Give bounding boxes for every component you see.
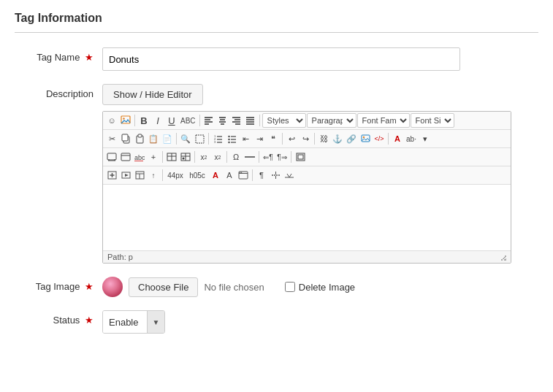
direction-button[interactable]: ¶ <box>255 168 268 182</box>
cut-button[interactable]: ✂ <box>105 131 118 146</box>
rtl-button[interactable]: ⇐¶ <box>262 150 275 164</box>
choose-file-button[interactable]: Choose File <box>129 277 198 297</box>
status-caret-icon[interactable]: ▼ <box>147 311 164 333</box>
charmap-button[interactable]: Ω <box>229 150 243 164</box>
paragraph-select[interactable]: Paragraph <box>307 113 356 128</box>
svg-point-30 <box>228 138 229 139</box>
color-dropdown-button[interactable]: ▾ <box>419 131 432 146</box>
delete-image-label[interactable]: Delete Image <box>285 282 355 293</box>
image-button[interactable] <box>359 131 372 146</box>
align-justify-button[interactable] <box>244 113 257 128</box>
hilitecolor-button[interactable]: ab· <box>405 131 418 146</box>
paste-text-button[interactable]: 📋 <box>147 131 160 146</box>
redo-button[interactable]: ↪ <box>299 131 312 146</box>
paste-button[interactable] <box>133 131 146 146</box>
toolbar-row-2: ✂ 📋 📄 🔍 123 <box>103 130 511 148</box>
svg-point-36 <box>362 137 364 138</box>
bold-button[interactable]: B <box>137 113 150 128</box>
separator <box>388 133 389 145</box>
tag-name-input[interactable] <box>102 47 460 71</box>
description-field: Show / Hide Editor ☺ B I U ABC <box>102 84 538 264</box>
forecolor-button[interactable]: A <box>391 131 404 146</box>
unlink-button[interactable]: ⛓ <box>317 131 330 146</box>
unordered-list-button[interactable] <box>225 131 238 146</box>
nonbreaking-button[interactable] <box>283 168 296 182</box>
italic-button[interactable]: I <box>151 113 164 128</box>
donut-preview-icon <box>102 277 123 297</box>
iframe-button[interactable] <box>237 168 250 182</box>
description-row: Description Show / Hide Editor ☺ B I U A… <box>15 84 538 264</box>
find-replace-button[interactable]: 🔍 <box>179 131 192 146</box>
ltr-button[interactable]: ¶⇒ <box>275 150 289 164</box>
strikethrough-button[interactable]: ABC <box>179 113 197 128</box>
increase-indent-button[interactable]: ⇥ <box>253 131 266 146</box>
page-container: Tag Information Tag Name ★ Description S… <box>0 0 553 358</box>
hr-button[interactable] <box>243 150 256 164</box>
align-left-button[interactable] <box>202 113 216 128</box>
zoom-button[interactable]: + <box>147 150 160 164</box>
image-insert-button[interactable] <box>119 113 132 128</box>
separator <box>176 133 177 145</box>
svg-point-1 <box>123 118 124 119</box>
table-props-button[interactable] <box>179 150 192 164</box>
svg-rect-21 <box>138 134 142 137</box>
svg-text:abc: abc <box>134 154 145 161</box>
show-hide-editor-button[interactable]: Show / Hide Editor <box>102 84 203 105</box>
link-button[interactable]: 🔗 <box>345 131 358 146</box>
status-label: Status ★ <box>15 310 102 326</box>
align-right-button[interactable] <box>230 113 243 128</box>
template-button[interactable] <box>133 168 146 182</box>
tag-name-label: Tag Name ★ <box>15 47 102 63</box>
svg-point-51 <box>183 158 185 160</box>
anchor-button[interactable]: ⚓ <box>331 131 344 146</box>
description-label: Description <box>15 84 102 99</box>
color3-button[interactable]: A <box>223 168 236 182</box>
separator <box>252 169 253 181</box>
preview-button[interactable] <box>105 150 118 164</box>
paste-word-button[interactable]: 📄 <box>161 131 174 146</box>
separator <box>259 115 260 126</box>
underline-button[interactable]: U <box>165 113 178 128</box>
tag-image-controls: Choose File No file chosen Delete Image <box>102 277 538 297</box>
emoticon-button[interactable]: ☺ <box>105 113 118 128</box>
status-select[interactable]: Enable Disable <box>103 311 147 333</box>
fontsize-input-button[interactable]: 44px <box>165 168 186 182</box>
svg-marker-59 <box>125 174 129 177</box>
tag-image-field: Choose File No file chosen Delete Image <box>102 277 538 297</box>
editor-path-bar: Path: p <box>103 250 511 263</box>
separator <box>194 151 195 163</box>
media-button[interactable] <box>119 168 132 182</box>
fullscreen-button[interactable] <box>294 150 307 164</box>
copy-button[interactable] <box>119 131 132 146</box>
font-family-select[interactable]: Font Family <box>357 113 410 128</box>
undo-button[interactable]: ↩ <box>285 131 298 146</box>
editor-content-area[interactable] <box>103 185 511 250</box>
toolbar-row-1: ☺ B I U ABC <box>103 112 511 130</box>
blockquote-button[interactable]: ❝ <box>267 131 280 146</box>
abbr-button[interactable]: ↑ <box>147 168 160 182</box>
lineheight-button[interactable]: h05c <box>186 168 208 182</box>
styles-select[interactable]: Styles <box>262 113 306 128</box>
color2-button[interactable]: A <box>209 168 222 182</box>
font-size-select[interactable]: Font Size <box>411 113 454 128</box>
ordered-list-button[interactable]: 123 <box>211 131 224 146</box>
table-button[interactable] <box>165 150 178 164</box>
svg-rect-35 <box>362 135 370 142</box>
separator <box>259 151 259 163</box>
separator <box>134 115 135 126</box>
superscript-button[interactable]: x2 <box>211 150 224 164</box>
pagebreak-button[interactable] <box>269 168 282 182</box>
resize-handle[interactable] <box>499 253 506 261</box>
separator <box>162 169 163 181</box>
delete-image-checkbox[interactable] <box>285 282 295 292</box>
decrease-indent-button[interactable]: ⇤ <box>239 131 252 146</box>
html-button[interactable]: </> <box>373 131 386 146</box>
align-center-button[interactable] <box>216 113 229 128</box>
insert-button[interactable] <box>105 168 118 182</box>
svg-point-29 <box>228 135 229 137</box>
spellcheck-button[interactable]: abc <box>133 150 146 164</box>
required-star-status: ★ <box>85 315 94 326</box>
subscript-button[interactable]: x2 <box>197 150 210 164</box>
fullpage-button[interactable] <box>119 150 132 164</box>
select-all-button[interactable] <box>193 131 206 146</box>
